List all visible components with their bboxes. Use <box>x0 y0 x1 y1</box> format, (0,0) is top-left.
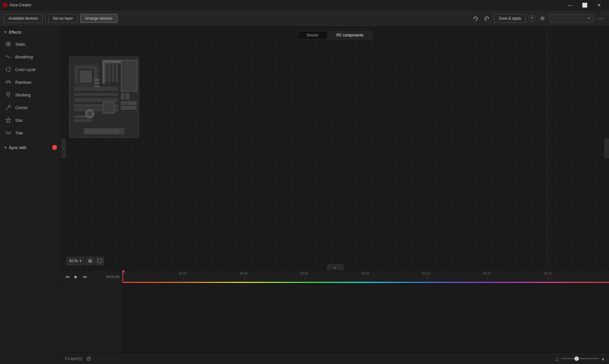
timeline-controls: ⏮ ▶ ⏭ 00:00.00 <box>61 270 122 283</box>
collapse-bottom-handle[interactable]: ∨ <box>327 264 343 270</box>
settings-button[interactable] <box>538 14 547 23</box>
timeline-ruler-row: ⏮ ▶ ⏭ 00:00.00 <box>61 270 609 283</box>
svg-rect-24 <box>74 119 93 122</box>
right-collapse-handle[interactable]: › <box>605 139 609 158</box>
svg-rect-42 <box>95 85 99 87</box>
svg-rect-43 <box>95 82 99 84</box>
svg-rect-13 <box>108 60 110 82</box>
motherboard-container <box>68 55 141 139</box>
timeline: ⏮ ▶ ⏭ 00:00.00 <box>61 270 609 353</box>
svg-rect-31 <box>121 93 125 100</box>
maximize-button[interactable]: ⬜ <box>577 0 592 10</box>
tick-line-0010 <box>427 276 427 282</box>
tick-label-0014: 00:14 <box>544 272 552 275</box>
tick-label-0008: 00:08 <box>361 272 369 275</box>
breathing-label: Breathing <box>15 55 33 59</box>
effects-section-header[interactable]: ▼ Effects <box>0 27 61 38</box>
tick-label-0010: 00:10 <box>422 272 430 275</box>
timeline-current-time: 00:00.00 <box>106 275 120 279</box>
arrange-devices-button[interactable]: Arrange devices <box>80 14 117 23</box>
sync-section-header[interactable]: ▼ Sync with ! <box>0 142 61 153</box>
undo-button[interactable] <box>471 14 480 23</box>
toolbar-right: Save & apply ? ▼ ⋯ <box>471 14 605 23</box>
svg-rect-48 <box>98 259 102 263</box>
set-as-layer-button[interactable]: Set as layer <box>48 14 78 23</box>
sidebar: ▼ Effects Static Breathing <box>0 27 61 364</box>
svg-rect-36 <box>85 129 90 134</box>
canvas-area[interactable]: ‹ › <box>61 27 609 270</box>
help-button[interactable]: ? <box>528 15 535 22</box>
tick-label-0004: 00:04 <box>240 272 248 275</box>
toolbar-divider <box>45 14 46 23</box>
static-icon <box>5 41 11 47</box>
more-options-button[interactable]: ⋯ <box>596 14 605 23</box>
svg-rect-32 <box>126 93 129 100</box>
zoom-select-button[interactable] <box>95 257 104 265</box>
colorcycle-icon <box>5 66 11 73</box>
dropdown-chevron-icon: ▼ <box>587 16 590 20</box>
timeline-content <box>61 283 609 353</box>
app-title: Aura Creator <box>10 3 563 7</box>
delete-layer-button[interactable] <box>85 355 92 362</box>
tick-label-0012: 00:12 <box>483 272 491 275</box>
sidebar-item-comet[interactable]: Comet <box>0 101 61 114</box>
breathing-icon <box>5 54 11 60</box>
ruler-color-bar <box>122 282 609 283</box>
svg-point-4 <box>7 43 9 45</box>
zoom-controls: 50 % ▼ <box>66 257 104 265</box>
strobing-label: Strobing <box>15 93 30 97</box>
sidebar-item-breathing[interactable]: Breathing <box>0 50 61 63</box>
svg-rect-11 <box>80 70 92 83</box>
sync-badge: ! <box>52 145 57 150</box>
timeline-zoom-slider[interactable] <box>561 358 599 359</box>
zoom-chevron-icon: ▼ <box>79 259 82 263</box>
svg-rect-39 <box>102 129 107 134</box>
timeline-playhead[interactable] <box>122 270 123 283</box>
statusbar: 0 Layer(s) △ ▲ <box>61 353 609 364</box>
redo-button[interactable] <box>482 14 491 23</box>
sidebar-item-star[interactable]: Star <box>0 114 61 127</box>
zoom-level-dropdown[interactable]: 50 % ▼ <box>66 257 85 265</box>
svg-rect-33 <box>121 101 137 105</box>
svg-rect-18 <box>74 87 118 91</box>
timeline-prev-button[interactable]: ⏮ <box>64 273 71 280</box>
tab-pc-components[interactable]: PC components <box>328 31 372 39</box>
vertical-divider <box>547 27 547 270</box>
content-area: Device PC components ‹ › <box>61 27 609 364</box>
available-devices-button[interactable]: Available devices <box>4 14 43 23</box>
svg-rect-40 <box>108 129 113 134</box>
svg-point-2 <box>542 17 543 19</box>
effects-section-title: Effects <box>9 30 22 35</box>
tick-label-0002: 00:02 <box>179 272 187 275</box>
profile-dropdown[interactable]: ▼ <box>549 14 594 23</box>
zoom-fit-button[interactable] <box>86 257 94 265</box>
tick-line-0012 <box>488 276 488 282</box>
svg-rect-30 <box>121 61 137 91</box>
star-label: Star <box>15 118 23 123</box>
tab-device[interactable]: Device <box>298 31 327 39</box>
svg-marker-1 <box>4 4 6 6</box>
sidebar-item-tide[interactable]: Tide <box>0 127 61 139</box>
sidebar-item-colorcycle[interactable]: Color cycle <box>0 63 61 76</box>
sidebar-item-rainbow[interactable]: Rainbow <box>0 76 61 88</box>
svg-rect-49 <box>87 358 90 361</box>
save-apply-button[interactable]: Save & apply <box>494 14 526 23</box>
close-button[interactable]: ✕ <box>592 0 606 10</box>
svg-point-28 <box>87 111 92 116</box>
svg-rect-34 <box>121 106 137 110</box>
timeline-next-button[interactable]: ⏭ <box>82 273 88 280</box>
minimize-button[interactable]: — <box>563 0 577 10</box>
rainbow-label: Rainbow <box>15 80 31 85</box>
sidebar-item-static[interactable]: Static <box>0 38 61 50</box>
layers-count-label: 0 Layer(s) <box>65 356 82 361</box>
sidebar-item-strobing[interactable]: Strobing <box>0 88 61 101</box>
slider-max-icon: ▲ <box>601 356 605 361</box>
tick-label-0006: 00:06 <box>300 272 308 275</box>
main-area: ▼ Effects Static Breathing <box>0 27 609 364</box>
svg-rect-26 <box>104 103 114 112</box>
timeline-play-button[interactable]: ▶ <box>73 273 80 280</box>
timeline-ruler[interactable]: 00:02 00:04 00:06 00:08 00:10 00:12 00:1… <box>122 270 609 283</box>
left-collapse-handle[interactable]: ‹ <box>61 139 66 158</box>
svg-rect-41 <box>114 129 118 134</box>
device-tabs-bar: Device PC components <box>298 31 373 39</box>
